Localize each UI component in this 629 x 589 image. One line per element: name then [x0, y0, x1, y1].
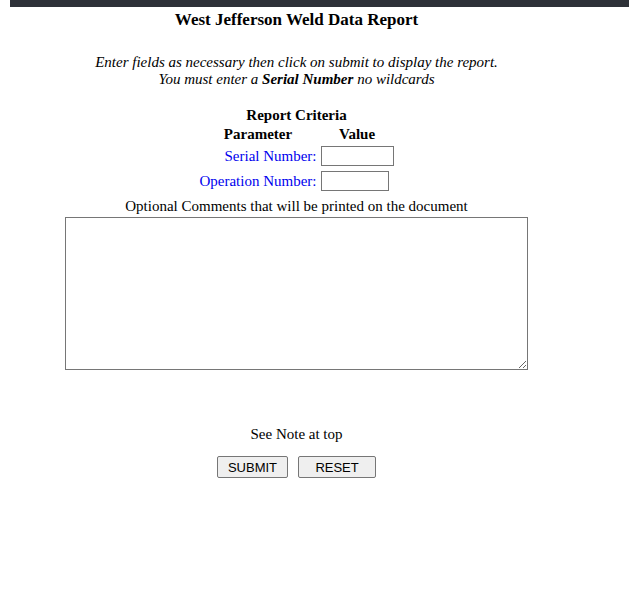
- comments-textarea[interactable]: [65, 217, 528, 370]
- instructions-serial-number-emphasis: Serial Number: [262, 71, 353, 87]
- criteria-heading: Report Criteria: [0, 107, 593, 124]
- report-form: West Jefferson Weld Data Report Enter fi…: [0, 10, 593, 478]
- criteria-table: Parameter Value Serial Number: Operation…: [196, 124, 396, 195]
- button-row: SUBMIT RESET: [0, 456, 593, 478]
- comments-label: Optional Comments that will be printed o…: [0, 198, 593, 215]
- serial-number-label: Serial Number:: [198, 145, 317, 167]
- table-row: Serial Number:: [198, 145, 394, 167]
- criteria-header-row: Parameter Value: [198, 127, 394, 142]
- instructions-line2-suffix: no wildcards: [353, 71, 434, 87]
- page-title: West Jefferson Weld Data Report: [0, 10, 593, 30]
- reset-button[interactable]: RESET: [298, 456, 376, 478]
- note-line: See Note at top: [0, 426, 593, 443]
- table-row: Operation Number:: [198, 170, 394, 192]
- instructions-line2-prefix: You must enter a: [158, 71, 262, 87]
- column-header-value: Value: [320, 127, 395, 142]
- top-bar: [10, 0, 629, 7]
- serial-number-input[interactable]: [321, 146, 394, 166]
- operation-number-input[interactable]: [321, 171, 389, 191]
- column-header-parameter: Parameter: [198, 127, 317, 142]
- operation-number-label: Operation Number:: [198, 170, 317, 192]
- instructions-line1: Enter fields as necessary then click on …: [95, 54, 498, 70]
- instructions: Enter fields as necessary then click on …: [0, 54, 593, 88]
- submit-button[interactable]: SUBMIT: [217, 456, 288, 478]
